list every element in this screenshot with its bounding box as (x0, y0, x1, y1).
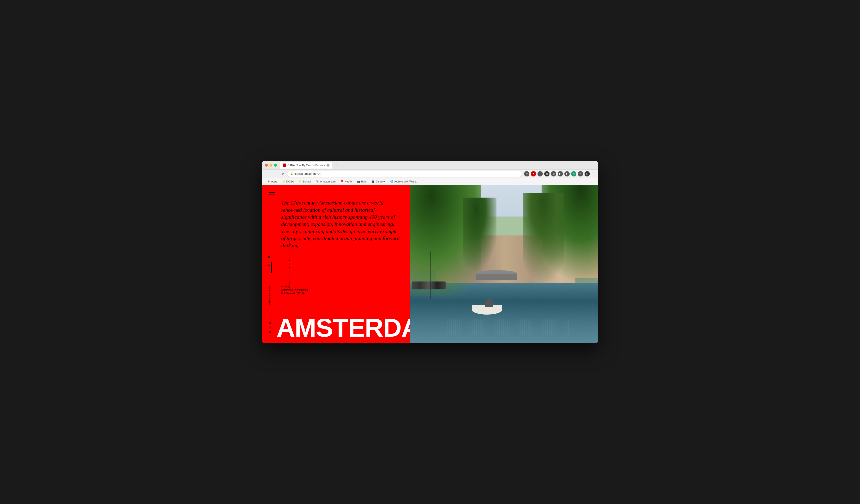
site-content: A MASTERWORK OF ARCHITECTURE 01 5 The 17… (262, 185, 598, 343)
main-text-area: The 17th-century Amsterdam canals are a … (281, 194, 400, 249)
tab-bar: CANALS — By Marcus Brown × × + (280, 162, 595, 168)
toolbar-icons: ☆ ● ƒ ▤ ⊞ ▶ ▶ N ✏ N ⋮ (524, 171, 595, 177)
disney-icon: 🎬 (371, 180, 375, 183)
lock-icon: 🔒 (290, 173, 293, 175)
reload-button[interactable]: ↻ (280, 172, 285, 176)
bookmark-label: Netflix (345, 180, 352, 183)
tree-mid (522, 193, 564, 288)
bookmark-dosa[interactable]: 📁 DOSA (280, 179, 296, 184)
back-button[interactable]: ← (265, 171, 271, 177)
lamppost (430, 251, 431, 299)
hamburger-line-3 (269, 194, 274, 194)
caption-label: RIGHT (281, 285, 308, 287)
lamppost-arm (427, 254, 438, 254)
bookmark-hulu[interactable]: 📺 Hulu (355, 179, 369, 184)
url-input[interactable]: 🔒 canals-amsterdam.nl (287, 171, 522, 177)
bookmark-label: DOSA (286, 180, 294, 183)
city-name: AMSTERDAM (262, 315, 410, 343)
water-reflections (447, 320, 570, 335)
tree-inner (463, 197, 497, 277)
extension-icon-3[interactable]: ▤ (544, 171, 549, 177)
url-bar: ← → ↻ 🔒 canals-amsterdam.nl ☆ ● ƒ ▤ ⊞ ▶ … (262, 169, 598, 178)
archive-icon: 🌐 (390, 180, 393, 183)
counter-text: 01 (268, 256, 270, 258)
bookmark-label: Archive with Wayb... (394, 180, 418, 183)
bookmark-icon[interactable]: ☆ (524, 171, 529, 177)
bookmark-archive[interactable]: 🌐 Archive with Wayb... (388, 179, 420, 184)
hulu-icon: 📺 (357, 180, 360, 183)
bookmark-amazon[interactable]: 🔖 Amazon.com (314, 179, 338, 184)
bookmark-apps[interactable]: ⊞ Apps (265, 179, 279, 184)
amazon-icon: 🔖 (316, 180, 319, 183)
bookmark-label: Disney+ (375, 180, 385, 183)
hamburger-line-1 (269, 191, 274, 191)
photo-panel (410, 185, 598, 343)
extension-icon-2[interactable]: ƒ (538, 171, 543, 177)
bookmark-disney[interactable]: 🎬 Disney+ (369, 179, 387, 184)
country-label: NETHERLANDS (269, 286, 271, 306)
apps-icon: ⊞ (267, 180, 270, 183)
mac-window: CANALS — By Marcus Brown × × + ← → ↻ 🔒 c… (262, 161, 598, 343)
bookmark-label: School (303, 180, 311, 183)
bookmark-school[interactable]: 📁 School (297, 179, 313, 184)
bookmarks-bar: ⊞ Apps 📁 DOSA 📁 School 🔖 Amazon.com N Ne… (262, 178, 598, 185)
minimize-button[interactable] (270, 164, 272, 167)
new-tab-button[interactable]: + (333, 162, 339, 168)
netflix-icon: N (340, 180, 344, 183)
extension-icon-1[interactable]: ● (531, 171, 536, 177)
forward-button[interactable]: → (273, 171, 278, 177)
extension-icon-6[interactable]: ▶ (564, 171, 570, 177)
boat-person (485, 299, 493, 307)
caption-photographer: Dirk Skarstein (2018) (281, 292, 308, 295)
folder-icon: 📁 (282, 180, 285, 183)
extension-icon-8[interactable]: ✏ (578, 171, 583, 177)
extension-icon-4[interactable]: ⊞ (551, 171, 556, 177)
extension-icon-5[interactable]: ▶ (558, 171, 563, 177)
bookmark-label: Apps (271, 180, 277, 183)
parked-cars-left (412, 281, 446, 290)
tab-close-icon[interactable]: × (327, 164, 329, 167)
close-button[interactable] (265, 164, 268, 167)
red-panel: A MASTERWORK OF ARCHITECTURE 01 5 The 17… (262, 185, 410, 343)
bookmark-netflix[interactable]: N Netflix (338, 179, 354, 184)
folder-icon-2: 📁 (299, 180, 302, 183)
active-tab[interactable]: CANALS — By Marcus Brown × × (280, 162, 332, 168)
hamburger-line-2 (269, 192, 274, 193)
menu-button[interactable]: ⋮ (591, 172, 595, 176)
bridge-base (476, 273, 517, 280)
description-text: The 17th-century Amsterdam canals are a … (281, 199, 400, 249)
traffic-lights (265, 164, 277, 167)
profile-icon[interactable]: N (585, 171, 590, 177)
extension-icon-7[interactable]: N (571, 171, 576, 177)
bookmark-label: Hulu (361, 180, 367, 183)
hamburger-menu[interactable] (269, 191, 274, 194)
counter-total: 5 (268, 265, 270, 266)
photo-caption: RIGHT Amsterdam, Netherlands Dirk Skarst… (281, 285, 308, 295)
counter-divider (269, 259, 269, 264)
url-text: canals-amsterdam.nl (295, 172, 321, 176)
title-bar: CANALS — By Marcus Brown × × + (262, 161, 598, 169)
bookmark-label: Amazon.com (320, 180, 335, 183)
canal-photo (410, 185, 598, 343)
tab-label: CANALS — By Marcus Brown × (287, 164, 325, 167)
tab-favicon (283, 164, 286, 167)
caption-location: Amsterdam, Netherlands (281, 288, 308, 292)
page-counter: 01 5 (268, 256, 270, 266)
maximize-button[interactable] (274, 164, 277, 167)
